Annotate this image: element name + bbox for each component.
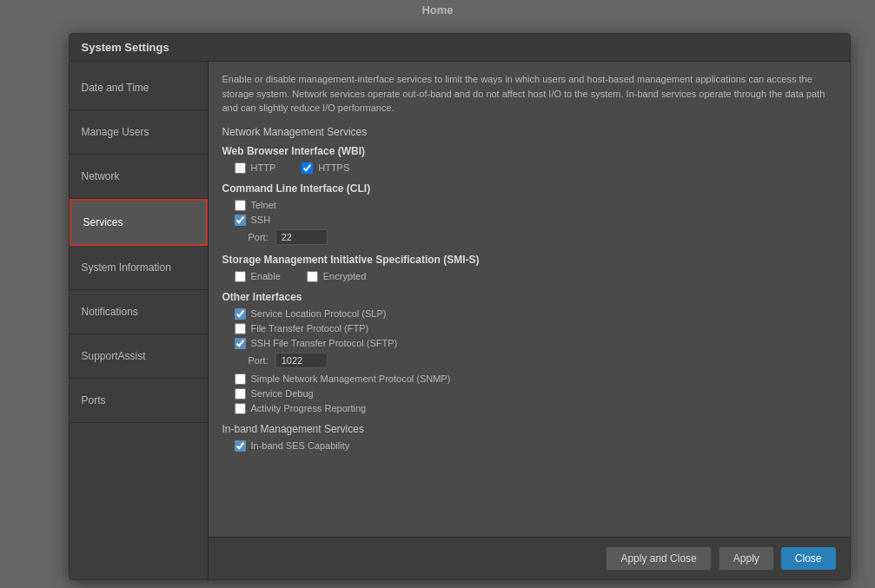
apply-button[interactable]: Apply xyxy=(719,546,774,571)
ssh-label: SSH xyxy=(251,215,271,225)
enable-check: Enable xyxy=(235,271,281,282)
ssh-port-label: Port: xyxy=(249,232,268,242)
inband-section: In-band Management Services In-band SES … xyxy=(222,423,836,452)
description-text: Enable or disable management-interface s… xyxy=(222,72,836,116)
ssh-port-input[interactable] xyxy=(275,229,328,245)
ftp-label: File Transfer Protocol (FTP) xyxy=(251,323,369,334)
snmp-label: Simple Network Management Protocol (SNMP… xyxy=(251,373,451,384)
activity-progress-label: Activity Progress Reporting xyxy=(251,403,367,413)
other-interfaces-title: Other Interfaces xyxy=(222,291,836,303)
sftp-port-row: Port: xyxy=(222,353,836,368)
http-label: HTTP xyxy=(251,162,276,173)
telnet-row: Telnet xyxy=(222,200,836,211)
https-checkbox[interactable] xyxy=(302,162,313,174)
apply-and-close-button[interactable]: Apply and Close xyxy=(606,546,711,571)
sidebar-item-services[interactable]: Services xyxy=(70,199,208,246)
service-debug-label: Service Debug xyxy=(251,388,314,399)
sftp-row: SSH File Transfer Protocol (SFTP) xyxy=(222,338,836,349)
smis-section: Storage Management Initiative Specificat… xyxy=(222,254,836,282)
close-button[interactable]: Close xyxy=(781,547,836,570)
wbi-options-row: HTTP HTTPS xyxy=(222,162,836,174)
content-scroll-area: Enable or disable management-interface s… xyxy=(209,62,850,537)
modal-title: System Settings xyxy=(70,34,850,62)
http-check: HTTP xyxy=(235,162,276,174)
cli-title: Command Line Interface (CLI) xyxy=(222,182,836,195)
http-checkbox[interactable] xyxy=(235,162,246,174)
activity-progress-checkbox[interactable] xyxy=(235,403,246,414)
telnet-checkbox[interactable] xyxy=(235,200,246,211)
system-settings-modal: System Settings Date and Time Manage Use… xyxy=(69,33,851,580)
sftp-label: SSH File Transfer Protocol (SFTP) xyxy=(251,338,398,348)
sidebar-item-network[interactable]: Network xyxy=(70,155,208,199)
other-interfaces-section: Other Interfaces Service Location Protoc… xyxy=(222,291,836,414)
inband-ses-checkbox[interactable] xyxy=(235,440,246,452)
sidebar: Date and Time Manage Users Network Servi… xyxy=(70,62,209,579)
inband-ses-row: In-band SES Capability xyxy=(222,440,836,452)
cli-section: Command Line Interface (CLI) Telnet SSH … xyxy=(222,182,836,245)
https-check: HTTPS xyxy=(302,162,349,174)
snmp-checkbox[interactable] xyxy=(235,373,246,385)
https-label: HTTPS xyxy=(318,162,349,173)
snmp-row: Simple Network Management Protocol (SNMP… xyxy=(222,373,836,385)
sidebar-item-notifications[interactable]: Notifications xyxy=(70,290,208,334)
ssh-row: SSH xyxy=(222,215,836,226)
wbi-section: Web Browser Interface (WBI) HTTP HTTPS xyxy=(222,145,836,174)
wbi-title: Web Browser Interface (WBI) xyxy=(222,145,836,157)
sidebar-item-ports[interactable]: Ports xyxy=(70,379,208,423)
sftp-port-label: Port: xyxy=(249,355,268,366)
activity-progress-row: Activity Progress Reporting xyxy=(222,403,836,414)
encrypted-label: Encrypted xyxy=(323,271,367,281)
telnet-label: Telnet xyxy=(251,200,276,210)
network-section-title: Network Management Services xyxy=(222,126,836,138)
ssh-port-row: Port: xyxy=(222,229,836,245)
ftp-checkbox[interactable] xyxy=(235,323,246,334)
service-debug-row: Service Debug xyxy=(222,388,836,400)
page-title: Home xyxy=(421,3,453,17)
slp-row: Service Location Protocol (SLP) xyxy=(222,308,836,320)
enable-label: Enable xyxy=(251,271,281,281)
sftp-port-input[interactable] xyxy=(275,353,328,368)
sidebar-item-system-information[interactable]: System Information xyxy=(70,246,208,290)
smis-title: Storage Management Initiative Specificat… xyxy=(222,254,836,266)
slp-checkbox[interactable] xyxy=(235,308,246,320)
modal-footer: Apply and Close Apply Close xyxy=(209,537,850,579)
sidebar-item-supportassist[interactable]: SupportAssist xyxy=(70,334,208,379)
sftp-checkbox[interactable] xyxy=(235,338,246,349)
ftp-row: File Transfer Protocol (FTP) xyxy=(222,323,836,334)
smis-options-row: Enable Encrypted xyxy=(222,271,836,282)
service-debug-checkbox[interactable] xyxy=(235,388,246,400)
ssh-checkbox[interactable] xyxy=(235,215,246,226)
inband-section-title: In-band Management Services xyxy=(222,423,836,435)
encrypted-checkbox[interactable] xyxy=(307,271,318,282)
encrypted-check: Encrypted xyxy=(307,271,367,282)
enable-checkbox[interactable] xyxy=(235,271,246,282)
sidebar-item-date-and-time[interactable]: Date and Time xyxy=(70,66,208,110)
sidebar-item-manage-users[interactable]: Manage Users xyxy=(70,110,208,155)
inband-ses-label: In-band SES Capability xyxy=(251,440,350,451)
slp-label: Service Location Protocol (SLP) xyxy=(251,308,387,319)
